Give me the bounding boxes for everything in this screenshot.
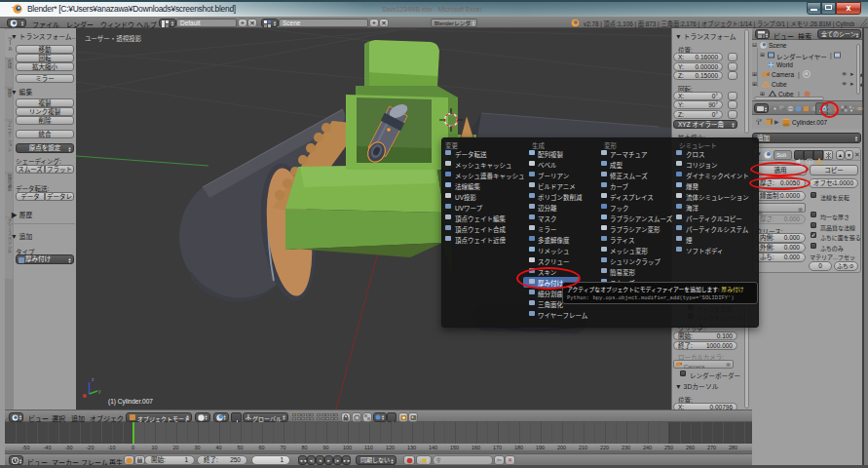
svg-text:z: z bbox=[92, 376, 94, 382]
svg-text:y: y bbox=[98, 388, 101, 394]
